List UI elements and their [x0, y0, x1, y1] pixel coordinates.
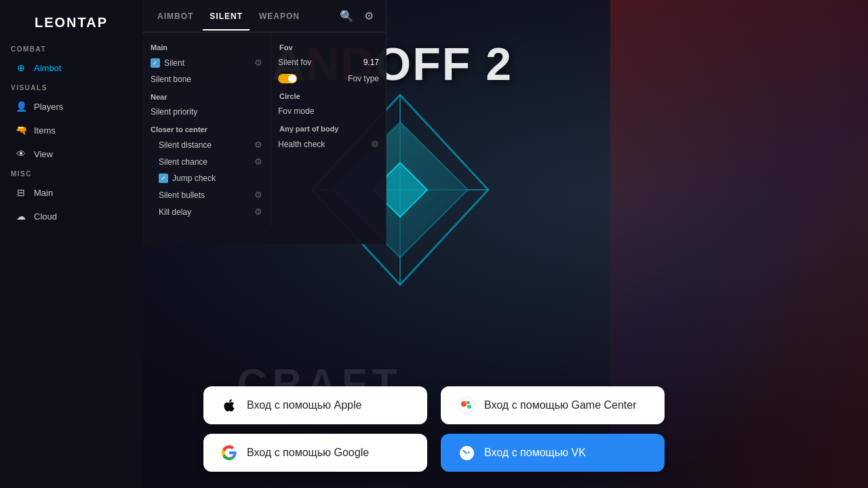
near-section-title: Near [142, 87, 271, 104]
svg-point-11 [467, 405, 471, 409]
sidebar-item-main[interactable]: ⊟ Main [4, 181, 138, 204]
sidebar-item-players[interactable]: 👤 Players [4, 95, 138, 118]
google-login-label: Вход с помощью Google [247, 447, 369, 459]
fov-type-label: Fov type [348, 74, 379, 83]
items-icon: 🔫 [15, 124, 27, 136]
aimbot-icon: ⊕ [15, 62, 27, 74]
silent-bullets-label: Silent bullets [159, 190, 205, 200]
sidebar-item-items[interactable]: 🔫 Items [4, 119, 138, 142]
silent-bone-label: Silent bone [151, 75, 191, 84]
combat-label: COMBAT [0, 41, 142, 56]
tab-bar: AIMBOT SILENT WEAPON 🔍 ⚙ [142, 0, 386, 33]
health-check-label: Health check [278, 140, 325, 149]
menu-item-silent-priority[interactable]: Silent priority [142, 104, 271, 120]
players-icon: 👤 [15, 100, 27, 113]
menu-item-silent[interactable]: Silent ⚙ [142, 54, 271, 71]
sidebar-item-label: View [34, 149, 53, 159]
health-check-item[interactable]: Health check ⚙ [271, 136, 386, 152]
google-icon [220, 443, 239, 462]
health-check-gear-icon[interactable]: ⚙ [371, 139, 379, 149]
jump-check-label: Jump check [172, 174, 216, 183]
svg-point-13 [467, 401, 470, 404]
closer-section-title: Closer to center [142, 120, 271, 136]
menu-item-kill-delay[interactable]: Kill delay ⚙ [142, 203, 271, 220]
sidebar-item-cloud[interactable]: ☁ Cloud [4, 205, 138, 228]
fov-mode-item: Fov mode [271, 103, 386, 119]
login-gamecenter-button[interactable]: Вход с помощью Game Center [441, 386, 665, 424]
app-title: LEONTAP [0, 9, 142, 41]
sidebar-item-view[interactable]: 👁 View [4, 142, 138, 165]
login-section: Вход с помощью Apple Вход с помощью Game… [176, 386, 692, 488]
menu-item-silent-distance[interactable]: Silent distance ⚙ [142, 136, 271, 153]
cloud-icon: ☁ [15, 210, 27, 222]
silent-label: Silent [164, 58, 184, 68]
login-vk-button[interactable]: Вход с помощью VK [441, 434, 665, 472]
sidebar-item-label: Items [34, 125, 56, 136]
tab-aimbot[interactable]: AIMBOT [151, 7, 200, 25]
main-section-title: Main [142, 38, 271, 54]
left-column: Main Silent ⚙ Silent bone Near Silent pr [142, 33, 271, 226]
apple-icon [220, 396, 239, 415]
any-part-section-title: Any part of body [271, 119, 386, 136]
vk-icon [457, 443, 476, 462]
view-icon: 👁 [15, 148, 27, 160]
menu-item-silent-bullets[interactable]: Silent bullets ⚙ [142, 186, 271, 203]
main-icon: ⊟ [15, 186, 27, 199]
gamecenter-login-label: Вход с помощью Game Center [484, 399, 637, 411]
tab-weapon[interactable]: WEAPON [252, 7, 307, 25]
kill-delay-label: Kill delay [159, 207, 191, 217]
visuals-label: VISUALS [0, 80, 142, 94]
silent-priority-label: Silent priority [151, 107, 197, 117]
menu-item-silent-bone[interactable]: Silent bone [142, 71, 271, 87]
silent-chance-label: Silent chance [159, 157, 208, 167]
vk-login-label: Вход с помощью VK [484, 447, 586, 459]
apple-login-label: Вход с помощью Apple [247, 399, 361, 411]
gamecenter-icon [457, 396, 476, 415]
silent-chance-gear-icon[interactable]: ⚙ [254, 157, 262, 167]
sidebar-item-aimbot[interactable]: ⊕ Aimbot [4, 56, 138, 79]
search-icon[interactable]: 🔍 [336, 7, 357, 25]
left-panel: LEONTAP COMBAT ⊕ Aimbot VISUALS 👤 Player… [0, 0, 142, 488]
fov-mode-label: Fov mode [278, 106, 314, 116]
fov-section-title: Fov [271, 38, 386, 54]
silent-fov-value: 9.17 [363, 58, 379, 67]
misc-label: MISC [0, 166, 142, 180]
sidebar-item-label: Cloud [34, 211, 57, 222]
tab-silent[interactable]: SILENT [203, 7, 250, 25]
silent-distance-label: Silent distance [159, 140, 212, 150]
fov-item-silent-fov: Silent fov 9.17 [271, 54, 386, 70]
login-apple-button[interactable]: Вход с помощью Apple [203, 386, 427, 424]
fov-type-toggle[interactable] [278, 74, 297, 83]
silent-gear-icon[interactable]: ⚙ [254, 58, 262, 68]
content-area: Main Silent ⚙ Silent bone Near Silent pr [142, 33, 386, 226]
main-panel: AIMBOT SILENT WEAPON 🔍 ⚙ Main Silent ⚙ S… [142, 0, 387, 244]
menu-item-jump-check[interactable]: Jump check [142, 170, 271, 186]
menu-item-silent-chance[interactable]: Silent chance ⚙ [142, 153, 271, 170]
fov-type-item: Fov type [271, 70, 386, 87]
right-column: Fov Silent fov 9.17 Fov type Circle Fov … [271, 33, 386, 226]
circle-section-title: Circle [271, 87, 386, 103]
login-row-2: Вход с помощью Google Вход с помощью VK [176, 434, 692, 472]
svg-point-9 [458, 397, 475, 413]
silent-checkbox[interactable] [151, 58, 160, 68]
silent-distance-gear-icon[interactable]: ⚙ [254, 140, 262, 150]
jump-check-checkbox[interactable] [159, 174, 168, 183]
silent-fov-label: Silent fov [278, 58, 311, 67]
kill-delay-gear-icon[interactable]: ⚙ [254, 207, 262, 217]
sidebar-item-label: Main [34, 188, 53, 198]
sidebar-item-label: Aimbot [34, 63, 61, 73]
settings-icon[interactable]: ⚙ [360, 7, 378, 25]
sidebar-item-label: Players [34, 102, 63, 112]
login-row-1: Вход с помощью Apple Вход с помощью Game… [176, 386, 692, 424]
login-google-button[interactable]: Вход с помощью Google [203, 434, 427, 472]
silent-bullets-gear-icon[interactable]: ⚙ [254, 190, 262, 200]
